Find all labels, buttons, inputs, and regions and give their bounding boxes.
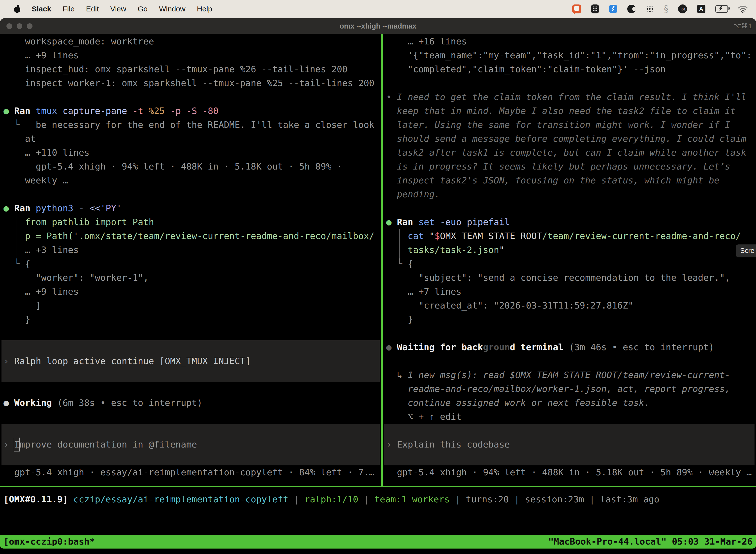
tmux-host-clock: "MacBook-Pro-44.local" 05:03 31-Mar-26 xyxy=(548,535,753,549)
terminal-line xyxy=(386,451,756,465)
keypad-icon[interactable] xyxy=(591,4,599,13)
terminal-window: omx --xhigh --madmax ⌥⌘1 workspace_mode:… xyxy=(0,18,756,549)
tmux-status-bar[interactable]: [omx-cczip0:bash* "MacBook-Pro-44.local"… xyxy=(0,535,756,549)
battery-charging-icon[interactable] xyxy=(715,5,728,13)
terminal-line xyxy=(3,90,381,104)
terminal-line: … +9 lines xyxy=(3,48,381,62)
terminal-line: task2 after task1 is complete, but can I… xyxy=(386,146,756,160)
window-title-bar[interactable]: omx --xhigh --madmax ⌥⌘1 xyxy=(0,18,756,34)
terminal-line: tasks/task-2.json" xyxy=(386,243,756,257)
terminal-line: ● Ran set -euo pipefail xyxy=(386,215,756,229)
menu-item-window[interactable]: Window xyxy=(159,5,186,13)
terminal-line: ⌥ + ↑ edit xyxy=(386,410,756,424)
terminal-line: … +16 lines xyxy=(386,35,756,48)
dots-grid-icon[interactable] xyxy=(646,5,654,13)
crescent-circle-icon[interactable] xyxy=(627,5,636,13)
terminal-line xyxy=(3,368,381,382)
terminal-line xyxy=(386,76,756,90)
blue-bolt-icon[interactable] xyxy=(609,5,617,13)
terminal-line: "subject": "send a concise recommendatio… xyxy=(386,271,756,285)
terminal-line: gpt-5.4 xhigh · 94% left · 488K in · 5.1… xyxy=(386,465,756,479)
terminal-line: "created_at": "2026-03-31T11:59:27.816Z" xyxy=(386,298,756,313)
terminal-line: ● Waiting for background terminal (3m 46… xyxy=(386,340,756,354)
terminal-line: ● Working (6m 38s • esc to interrupt) xyxy=(3,396,381,410)
terminal-line: continue assigned work or next feasible … xyxy=(386,396,756,410)
terminal-line: inspect task2's JSON, focusing on the st… xyxy=(386,173,756,187)
menu-item-go[interactable]: Go xyxy=(138,5,147,13)
notification-count-badge[interactable]: ..61 xyxy=(678,4,687,13)
input-source-icon[interactable]: A xyxy=(697,5,705,13)
terminal-line: workspace_mode: worktree xyxy=(3,35,381,48)
terminal-line: ● Ran tmux capture-pane -t %25 -p -S -80 xyxy=(3,104,381,118)
menu-bar-status-icons: § ..61 A xyxy=(572,4,756,14)
terminal-line xyxy=(3,424,381,438)
right-pane-output: … +16 lines '{"team_name":"my-team","tas… xyxy=(383,34,756,479)
terminal-line: } xyxy=(3,313,381,326)
terminal-line: gpt-5.4 xhigh · 94% left · 488K in · 5.1… xyxy=(3,160,381,173)
screen-tooltip: Scre xyxy=(736,244,756,258)
window-title: omx --xhigh --madmax xyxy=(0,18,756,34)
terminal-line xyxy=(386,201,756,215)
pane-right[interactable]: … +16 lines '{"team_name":"my-team","tas… xyxy=(383,34,756,486)
text-cursor: I xyxy=(14,438,19,451)
terminal-line: p = Path('.omx/state/team/review-current… xyxy=(3,229,381,243)
terminal-line: └ { xyxy=(3,257,381,271)
terminal-line: ↳ 1 new msg(s): read $OMX_TEAM_STATE_ROO… xyxy=(386,368,756,382)
terminal-line xyxy=(3,187,381,201)
terminal-line: [OMX#0.11.9] cczip/essay/ai-reimplementa… xyxy=(3,492,753,506)
terminal-line: … +110 lines xyxy=(3,146,381,160)
terminal-line: keep that in mind. Maybe I also need the… xyxy=(386,104,756,118)
menu-item-view[interactable]: View xyxy=(110,5,126,13)
pane-left[interactable]: workspace_mode: worktree … +9 lines insp… xyxy=(0,34,381,486)
terminal-line: "worker": "worker-1", xyxy=(3,271,381,285)
menu-item-help[interactable]: Help xyxy=(197,5,212,13)
terminal-line xyxy=(386,424,756,438)
terminal-line: inspect_hud: omx sparkshell --tmux-pane … xyxy=(3,62,381,76)
tmux-session-name: [omx-cczip0:bash* xyxy=(3,535,95,549)
window-shortcut-hint: ⌥⌘1 xyxy=(733,18,752,34)
terminal-line: "completed","claim_token":"claim-token"}… xyxy=(386,62,756,76)
terminal-line: … +7 lines xyxy=(386,285,756,298)
terminal-line: cat "$OMX_TEAM_STATE_ROOT/team/review-cu… xyxy=(386,229,756,243)
pane-divider-horizontal xyxy=(0,486,756,487)
apple-menu-icon[interactable] xyxy=(14,5,20,13)
terminal-line: … +9 lines xyxy=(3,285,381,298)
terminal-line: from pathlib import Path xyxy=(3,215,381,229)
terminal-line: pending. xyxy=(386,187,756,201)
terminal-line: • I need to get the claim token from the… xyxy=(386,90,756,104)
terminal-line: at xyxy=(3,132,381,146)
terminal-line: readme-and-reco/mailbox/worker-1.json, a… xyxy=(386,382,756,396)
terminal-line xyxy=(3,451,381,465)
terminal-line: › Explain this codebase xyxy=(386,438,756,451)
terminal-line: gpt-5.4 xhigh · essay/ai-reimplementatio… xyxy=(3,465,381,479)
terminal-line: › Improve documentation in @filename xyxy=(3,438,381,451)
terminal-line: ] xyxy=(3,298,381,313)
left-pane-output: workspace_mode: worktree … +9 lines insp… xyxy=(0,34,381,479)
terminal-line: └ { xyxy=(386,257,756,271)
menu-bar-left: Slack File Edit View Go Window Help xyxy=(0,5,212,13)
terminal-line xyxy=(3,340,381,354)
terminal-line: inspect_worker-1: omx sparkshell --tmux-… xyxy=(3,76,381,90)
squiggle-icon[interactable]: § xyxy=(664,3,668,14)
terminal-line: } xyxy=(386,313,756,326)
menu-item-file[interactable]: File xyxy=(63,5,74,13)
terminal-line xyxy=(3,410,381,424)
terminal-line: ● Ran python3 - <<'PY' xyxy=(3,201,381,215)
chat-app-icon[interactable] xyxy=(572,4,581,13)
terminal-line: is in progress? It seems likely but perh… xyxy=(386,160,756,173)
omx-status-line: [OMX#0.11.9] cczip/essay/ai-reimplementa… xyxy=(3,492,753,506)
wifi-icon[interactable] xyxy=(738,5,748,13)
terminal-line: › Ralph loop active continue [OMX_TMUX_I… xyxy=(3,354,381,368)
terminal-line: should send a message before completing … xyxy=(386,132,756,146)
terminal-line: '{"team_name":"my-team","task_id":"1","f… xyxy=(386,48,756,62)
terminal-line xyxy=(386,326,756,340)
terminal-line: … +3 lines xyxy=(3,243,381,257)
terminal-line xyxy=(386,354,756,368)
menu-item-edit[interactable]: Edit xyxy=(86,5,99,13)
terminal-line xyxy=(3,326,381,340)
terminal-line: later. Using the same for transition mig… xyxy=(386,118,756,132)
menu-bar: Slack File Edit View Go Window Help § ..… xyxy=(0,0,756,18)
terminal-line xyxy=(3,382,381,396)
terminal-line: └ be necessary for the end of the README… xyxy=(3,118,381,132)
menu-app-name[interactable]: Slack xyxy=(32,5,51,13)
